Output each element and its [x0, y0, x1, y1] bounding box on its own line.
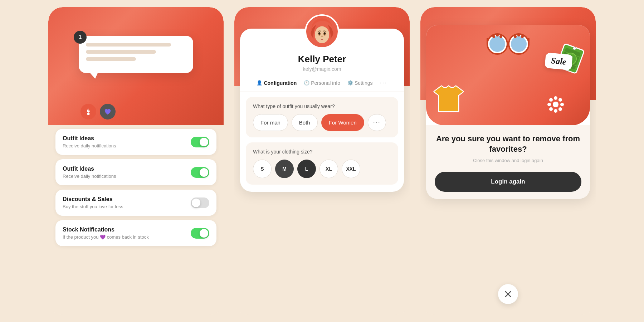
- svg-point-4: [318, 32, 321, 34]
- sale-badge: Sale: [545, 53, 573, 70]
- notif-line-2: [86, 50, 156, 54]
- size-l[interactable]: L: [297, 160, 316, 178]
- outfit-options: For man Both For Women ···: [253, 114, 391, 131]
- config-section: What type of outfit you usually wear? Fo…: [240, 97, 404, 185]
- profile-tabs: 👤 Configuration 🕐 Personal info ⚙️ Setti…: [240, 79, 404, 92]
- notifications-screen: 1 Outfit Ideas: [48, 7, 224, 315]
- svg-point-15: [514, 35, 517, 38]
- remove-card: $: [426, 25, 590, 199]
- svg-point-33: [558, 107, 562, 111]
- size-xxl[interactable]: XXL: [342, 160, 360, 178]
- svg-point-34: [553, 102, 558, 107]
- profile-name: Kelly Peter: [240, 54, 404, 65]
- settings-icon: ⚙️: [347, 80, 353, 86]
- heart-icon-button[interactable]: [100, 104, 116, 119]
- svg-point-14: [499, 35, 502, 38]
- tab-configuration[interactable]: 👤 Configuration: [257, 80, 297, 86]
- fire-icon-button[interactable]: [80, 104, 96, 119]
- outfit-btn-both[interactable]: Both: [292, 114, 318, 131]
- size-s[interactable]: S: [253, 160, 272, 178]
- notif-line-3: [86, 57, 136, 61]
- remove-card-content: Are you sure you want to remove from fav…: [426, 125, 590, 199]
- notif-line-1: [86, 43, 171, 47]
- svg-point-17: [521, 35, 524, 38]
- list-item: Outfit Ideas Receive daily notifications: [55, 129, 216, 155]
- remove-title: Are you sure you want to remove from fav…: [435, 134, 581, 154]
- list-item: Outfit Ideas Receive daily notifications: [55, 159, 216, 185]
- notif-title: Outfit Ideas: [63, 135, 116, 142]
- size-m[interactable]: M: [275, 160, 294, 178]
- close-button-container: [498, 284, 518, 304]
- tab-label: Configuration: [264, 80, 297, 86]
- toggle-knob: [200, 168, 208, 177]
- close-button[interactable]: [498, 284, 518, 304]
- toggle-stock[interactable]: [191, 228, 209, 239]
- notif-title: Stock Notifications: [63, 226, 149, 233]
- svg-point-27: [554, 109, 557, 113]
- stickers-container: $: [426, 25, 590, 125]
- close-icon: [504, 290, 512, 298]
- sale-text: Sale: [551, 56, 567, 67]
- outfit-type-block: What type of outfit you usually wear? Fo…: [246, 97, 398, 137]
- toggle-knob: [200, 229, 208, 238]
- notif-item-text: Outfit Ideas Receive daily notifications: [63, 135, 116, 148]
- notif-item-text: Stock Notifications If the product you 💜…: [63, 226, 149, 240]
- tab-personal-info[interactable]: 🕐 Personal info: [304, 80, 340, 86]
- list-item: Discounts & Sales Buy the stuff you love…: [55, 190, 216, 216]
- avatar-wrapper: [240, 14, 404, 49]
- outfit-btn-for-man[interactable]: For man: [253, 114, 288, 131]
- size-options: S M L XL XXL: [253, 160, 391, 178]
- login-again-button[interactable]: Login again: [435, 172, 581, 192]
- notif-subtitle: Buy the stuff you love for less: [63, 204, 123, 209]
- svg-point-30: [549, 98, 553, 102]
- svg-point-9: [511, 36, 527, 52]
- toggle-knob: [192, 199, 200, 207]
- outfit-question: What type of outfit you usually wear?: [253, 103, 391, 109]
- shirt-svg: [433, 84, 465, 113]
- toggle-outfit-ideas-2[interactable]: [191, 167, 209, 178]
- toggle-outfit-ideas-1[interactable]: [191, 137, 209, 147]
- flower-sticker: [546, 95, 565, 115]
- tab-settings[interactable]: ⚙️ Settings: [347, 80, 373, 86]
- svg-point-29: [560, 103, 564, 106]
- list-item: Stock Notifications If the product you 💜…: [55, 220, 216, 246]
- avatar: [305, 14, 339, 49]
- toggle-discounts[interactable]: [191, 197, 209, 208]
- notification-preview-card: 1: [79, 36, 193, 73]
- notif-subtitle: Receive daily notifications: [63, 174, 116, 179]
- profile-card: Kelly Peter kely@magix.com 👤 Configurati…: [240, 29, 404, 192]
- svg-point-26: [554, 96, 557, 100]
- size-xl[interactable]: XL: [319, 160, 338, 178]
- flower-svg: [546, 95, 565, 114]
- svg-point-28: [547, 103, 551, 106]
- notification-badge: 1: [74, 31, 87, 44]
- notif-item-text: Outfit Ideas Receive daily notifications: [63, 166, 116, 179]
- more-options-dots[interactable]: ···: [380, 79, 387, 87]
- svg-point-13: [496, 34, 499, 36]
- clothing-size-block: What is your clothing size? S M L XL XXL: [246, 142, 398, 185]
- app-container: 1 Outfit Ideas: [0, 0, 644, 322]
- svg-point-12: [492, 35, 495, 38]
- notif-title: Outfit Ideas: [63, 166, 116, 172]
- glasses-sticker: [485, 31, 531, 58]
- icon-buttons-row: [80, 104, 116, 119]
- shirt-sticker: [433, 84, 465, 114]
- notif-subtitle: Receive daily notifications: [63, 143, 116, 148]
- notif-title: Discounts & Sales: [63, 196, 123, 203]
- configuration-icon: 👤: [257, 80, 262, 86]
- glasses-svg: [485, 31, 531, 57]
- avatar-image: [306, 16, 338, 47]
- outfit-btn-for-women[interactable]: For Women: [321, 114, 364, 131]
- outfit-more-options[interactable]: ···: [368, 114, 386, 131]
- personal-info-icon: 🕐: [304, 80, 309, 86]
- svg-point-32: [549, 107, 553, 111]
- notification-items-list: Outfit Ideas Receive daily notifications…: [48, 129, 224, 246]
- profile-email: kely@magix.com: [240, 66, 404, 72]
- svg-point-16: [517, 34, 520, 36]
- size-question: What is your clothing size?: [253, 149, 391, 155]
- notif-item-text: Discounts & Sales Buy the stuff you love…: [63, 196, 123, 209]
- tab-label: Settings: [355, 80, 373, 86]
- profile-screen: Kelly Peter kely@magix.com 👤 Configurati…: [234, 7, 410, 315]
- svg-point-7: [489, 36, 505, 52]
- remove-card-illustration: $: [426, 25, 590, 125]
